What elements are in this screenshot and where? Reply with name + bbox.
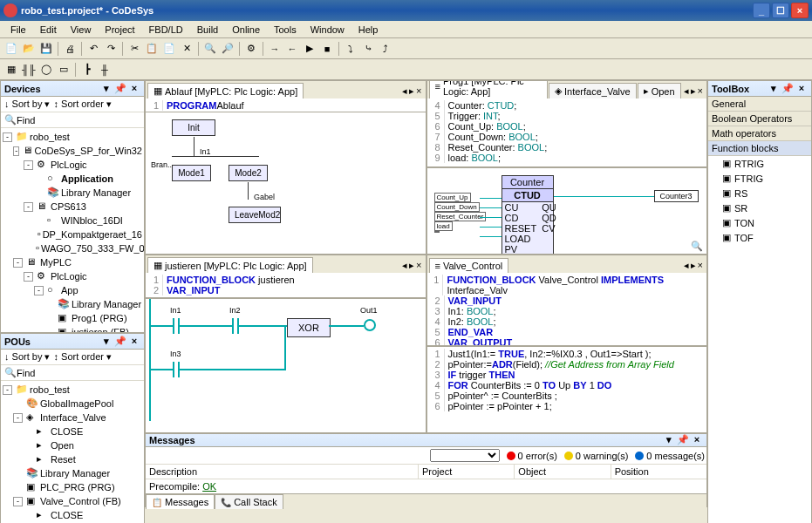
tab-close-icon[interactable]: × (698, 260, 703, 271)
tree-item[interactable]: ▫WAGO_750_333_FW_07_ (3, 241, 142, 255)
sfc-branch[interactable]: Bran.. (151, 160, 172, 169)
tree-item[interactable]: 🎨GlobalImagePool (3, 397, 142, 411)
fbd-output-var[interactable]: Counter3 (654, 190, 699, 202)
network-icon[interactable]: ▦ (3, 62, 19, 78)
devices-close-icon[interactable]: × (128, 83, 140, 95)
ld-canvas[interactable]: In1 In2 XOR Out1 In3 (146, 299, 426, 432)
save-icon[interactable]: 💾 (38, 41, 54, 57)
ld-xor-box[interactable]: XOR (287, 318, 331, 337)
menu-build[interactable]: Build (190, 23, 225, 37)
pous-tree[interactable]: -📁robo_test🎨GlobalImagePool-◈Interface_V… (1, 381, 144, 523)
build-icon[interactable]: ⚙ (243, 41, 259, 57)
pous-find-icon[interactable]: 🔍 (4, 367, 17, 378)
toolbox-item[interactable]: ▣RS (708, 186, 811, 200)
paste-icon[interactable]: 📄 (161, 41, 177, 57)
menu-tools[interactable]: Tools (267, 23, 304, 37)
menu-file[interactable]: File (3, 23, 33, 37)
tree-item[interactable]: ▸CLOSE (3, 508, 142, 522)
pous-sort-order[interactable]: ↕ Sort order ▾ (53, 351, 112, 363)
maximize-button[interactable]: ☐ (772, 3, 789, 18)
tab-next-icon[interactable]: ▸ (409, 85, 414, 97)
pous-pushpin-icon[interactable]: 📌 (114, 336, 126, 348)
tree-item[interactable]: -⚙PlcLogic (3, 158, 142, 172)
menu-help[interactable]: Help (351, 23, 386, 37)
errors-badge[interactable]: 0 error(s) (507, 449, 557, 462)
ld-coil-out1[interactable] (364, 319, 376, 331)
tree-item[interactable]: 📚Library Manager (3, 186, 142, 200)
tab-justieren[interactable]: ▦ justieren [MyPLC: Plc Logic: App] (147, 257, 313, 273)
menu-online[interactable]: Online (225, 23, 267, 37)
minimize-button[interactable]: _ (753, 3, 770, 18)
devices-tree[interactable]: -📁robo_test-🖥CoDeSys_SP_for_Win32-⚙PlcLo… (1, 128, 144, 332)
ld-contact-in3[interactable] (173, 362, 180, 377)
toolbox-list[interactable]: GeneralBoolean OperatorsMath operatorsFu… (708, 97, 811, 523)
messages-pushpin-icon[interactable]: 📌 (677, 434, 689, 446)
sfc-step-init[interactable]: Init (172, 119, 215, 136)
fbd-ctud-block[interactable]: Counter CTUD CUCDRESETLOADPVQUQDCV (502, 175, 554, 254)
toolbox-item[interactable]: ▣SR (708, 200, 811, 215)
close-button[interactable]: × (791, 3, 809, 18)
expand-icon[interactable]: - (3, 132, 12, 142)
tree-item[interactable]: -📁robo_test (3, 130, 142, 144)
cut-icon[interactable]: ✂ (126, 41, 142, 57)
messages-badge[interactable]: 0 message(s) (635, 449, 705, 462)
step-out-icon[interactable]: ⤴ (378, 41, 393, 57)
toolbox-item[interactable]: ▣TOF (708, 230, 811, 245)
undo-icon[interactable]: ↶ (85, 41, 101, 57)
toolbox-pin-icon[interactable]: ▾ (768, 83, 780, 95)
sort-order-label[interactable]: ↕ Sort order ▾ (53, 98, 112, 110)
callstack-tab[interactable]: 📞 Call Stack (215, 494, 283, 509)
fbd-canvas[interactable]: Counter CTUD CUCDRESETLOADPVQUQDCV Count… (427, 168, 707, 254)
tab-prev-icon[interactable]: ◂ (684, 260, 689, 271)
expand-icon[interactable]: - (13, 413, 23, 423)
expand-icon[interactable]: - (24, 160, 33, 170)
box-icon[interactable]: ▭ (56, 62, 72, 78)
tab-close-icon[interactable]: × (698, 85, 703, 97)
tab-next-icon[interactable]: ▸ (409, 260, 414, 271)
start-icon[interactable]: ▶ (302, 41, 317, 57)
tab-prev-icon[interactable]: ◂ (402, 85, 407, 97)
zoom-icon[interactable]: 🔍 (691, 241, 703, 252)
tree-item[interactable]: -○App (3, 283, 142, 297)
messages-pin-icon[interactable]: ▾ (663, 434, 675, 446)
tab-ablauf[interactable]: ▦ Ablauf [MyPLC: Plc Logic: App] (147, 83, 304, 98)
messages-tab[interactable]: 📋 Messages (146, 494, 215, 509)
pous-pin-icon[interactable]: ▾ (100, 336, 113, 348)
tab-prev-icon[interactable]: ◂ (684, 85, 689, 97)
findnext-icon[interactable]: 🔎 (220, 41, 235, 57)
tree-item[interactable]: ▸CLOSE (3, 425, 142, 438)
messages-filter-select[interactable] (430, 449, 500, 462)
menu-edit[interactable]: Edit (33, 23, 64, 37)
find-icon[interactable]: 🔍 (4, 114, 17, 126)
find-icon[interactable]: 🔍 (202, 41, 218, 57)
redo-icon[interactable]: ↷ (103, 41, 119, 57)
tab-close-icon[interactable]: × (416, 85, 421, 97)
tree-item[interactable]: -🖥CoDeSys_SP_for_Win32 (3, 144, 142, 158)
justieren-declaration[interactable]: 1FUNCTION_BLOCK justieren2VAR_INPUT (146, 273, 426, 299)
expand-icon[interactable]: - (34, 286, 44, 295)
precompile-ok-link[interactable]: OK (202, 481, 216, 492)
tree-item[interactable]: ○Application (3, 172, 142, 186)
expand-icon[interactable]: - (24, 202, 33, 212)
tree-item[interactable]: ▫WINbloc_16DI (3, 214, 142, 228)
coil-icon[interactable]: ◯ (38, 62, 54, 78)
tab-open[interactable]: ▸ Open (638, 83, 681, 98)
toolbox-pushpin-icon[interactable]: 📌 (781, 83, 794, 95)
stop-icon[interactable]: ■ (319, 41, 335, 57)
tree-item[interactable]: -◈Interface_Valve (3, 411, 142, 425)
warnings-badge[interactable]: 0 warning(s) (564, 449, 629, 462)
tab-prev-icon[interactable]: ◂ (402, 260, 407, 271)
sort-by-label[interactable]: ↓ Sort by ▾ (4, 98, 50, 110)
branch-icon[interactable]: ┣ (79, 62, 95, 78)
parallel-icon[interactable]: ╫ (97, 62, 113, 78)
login-icon[interactable]: → (267, 41, 283, 57)
expand-icon[interactable]: - (3, 385, 12, 395)
tab-next-icon[interactable]: ▸ (691, 260, 696, 271)
step-over-icon[interactable]: ⤵ (343, 41, 358, 57)
open-icon[interactable]: 📂 (21, 41, 37, 57)
toolbox-category[interactable]: Function blocks (708, 141, 811, 156)
tree-item[interactable]: ▸Reset (3, 452, 142, 466)
sfc-step-mode2[interactable]: Mode2 (229, 165, 268, 181)
toolbox-category[interactable]: Math operators (708, 126, 811, 141)
tab-next-icon[interactable]: ▸ (691, 85, 696, 97)
